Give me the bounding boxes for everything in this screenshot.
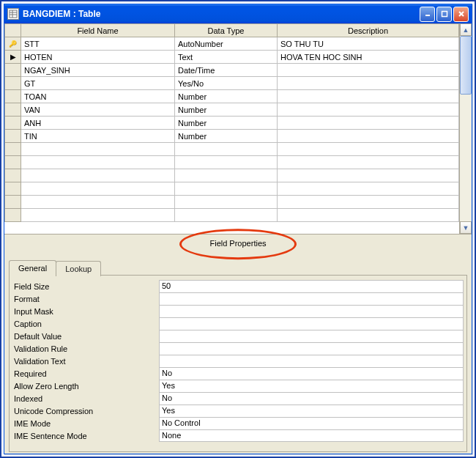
- row-selector[interactable]: [5, 117, 21, 130]
- scroll-up-arrow-icon[interactable]: ▲: [460, 23, 472, 36]
- table-row[interactable]: ANHNumber: [5, 117, 459, 130]
- column-header-field-name[interactable]: Field Name: [21, 24, 175, 37]
- cell-description[interactable]: [278, 169, 459, 182]
- row-selector[interactable]: [5, 182, 21, 196]
- row-selector[interactable]: [5, 169, 21, 182]
- property-value[interactable]: [159, 292, 464, 305]
- row-selector[interactable]: ▶: [5, 51, 21, 64]
- property-value[interactable]: 50: [159, 280, 464, 292]
- cell-data-type[interactable]: AutoNumber: [175, 37, 278, 51]
- table-row[interactable]: 🔑STTAutoNumberSO THU TU: [5, 37, 459, 51]
- cell-field-name[interactable]: [21, 182, 175, 196]
- cell-data-type[interactable]: [175, 156, 278, 169]
- cell-field-name[interactable]: ANH: [21, 117, 175, 130]
- cell-description[interactable]: [278, 156, 459, 169]
- row-selector[interactable]: 🔑: [5, 37, 21, 51]
- cell-field-name[interactable]: HOTEN: [21, 51, 175, 64]
- table-row[interactable]: NGAY_SINHDate/Time: [5, 64, 459, 77]
- property-value[interactable]: None: [159, 429, 464, 442]
- cell-field-name[interactable]: [21, 209, 175, 222]
- cell-field-name[interactable]: [21, 196, 175, 209]
- table-row[interactable]: TOANNumber: [5, 90, 459, 103]
- property-value[interactable]: No: [159, 392, 464, 405]
- cell-field-name[interactable]: STT: [21, 37, 175, 51]
- cell-description[interactable]: [278, 143, 459, 156]
- cell-field-name[interactable]: VAN: [21, 103, 175, 117]
- row-selector[interactable]: [5, 90, 21, 103]
- table-row[interactable]: VANNumber: [5, 103, 459, 117]
- row-selector[interactable]: [5, 77, 21, 90]
- close-button[interactable]: [453, 7, 469, 22]
- scroll-down-arrow-icon[interactable]: ▼: [460, 221, 472, 234]
- property-value[interactable]: [159, 305, 464, 317]
- table-row[interactable]: [5, 169, 459, 182]
- cell-data-type[interactable]: Number: [175, 117, 278, 130]
- cell-field-name[interactable]: [21, 169, 175, 182]
- column-header-data-type[interactable]: Data Type: [175, 24, 278, 37]
- table-row[interactable]: [5, 143, 459, 156]
- cell-data-type[interactable]: [175, 209, 278, 222]
- cell-data-type[interactable]: [175, 169, 278, 182]
- tab-lookup[interactable]: Lookup: [56, 261, 101, 276]
- cell-description[interactable]: [278, 130, 459, 143]
- table-row[interactable]: [5, 209, 459, 222]
- cell-field-name[interactable]: GT: [21, 77, 175, 90]
- cell-data-type[interactable]: [175, 196, 278, 209]
- cell-data-type[interactable]: Yes/No: [175, 77, 278, 90]
- column-header-description[interactable]: Description: [278, 24, 459, 37]
- row-selector[interactable]: [5, 209, 21, 222]
- cell-description[interactable]: [278, 90, 459, 103]
- titlebar[interactable]: BANGDIEM : Table: [4, 4, 472, 23]
- cell-data-type[interactable]: [175, 143, 278, 156]
- table-row[interactable]: ▶HOTENTextHOVA TEN HOC SINH: [5, 51, 459, 64]
- table-row[interactable]: [5, 196, 459, 209]
- row-selector[interactable]: [5, 64, 21, 77]
- tab-general[interactable]: General: [9, 260, 56, 276]
- cell-description[interactable]: HOVA TEN HOC SINH: [278, 51, 459, 64]
- cell-description[interactable]: [278, 209, 459, 222]
- cell-description[interactable]: [278, 117, 459, 130]
- row-selector[interactable]: [5, 130, 21, 143]
- minimize-button[interactable]: [420, 7, 435, 22]
- row-selector[interactable]: [5, 156, 21, 169]
- table-row[interactable]: GTYes/No: [5, 77, 459, 90]
- cell-description[interactable]: [278, 77, 459, 90]
- property-value[interactable]: [159, 330, 464, 342]
- row-selector[interactable]: [5, 196, 21, 209]
- row-selector[interactable]: [5, 143, 21, 156]
- cell-data-type[interactable]: Text: [175, 51, 278, 64]
- property-value[interactable]: Yes: [159, 380, 464, 392]
- scroll-track[interactable]: [460, 36, 472, 221]
- maximize-button[interactable]: [436, 7, 452, 22]
- cell-data-type[interactable]: Number: [175, 90, 278, 103]
- property-value[interactable]: Yes: [159, 405, 464, 417]
- property-value[interactable]: [159, 342, 464, 355]
- property-value[interactable]: [159, 355, 464, 367]
- cell-data-type[interactable]: Number: [175, 103, 278, 117]
- row-selector[interactable]: [5, 103, 21, 117]
- cell-description[interactable]: [278, 196, 459, 209]
- field-grid[interactable]: Field Name Data Type Description 🔑STTAut…: [4, 23, 459, 222]
- cell-data-type[interactable]: [175, 182, 278, 196]
- property-value[interactable]: No: [159, 367, 464, 380]
- cell-field-name[interactable]: [21, 143, 175, 156]
- property-value[interactable]: No Control: [159, 417, 464, 429]
- cell-field-name[interactable]: TIN: [21, 130, 175, 143]
- cell-field-name[interactable]: NGAY_SINH: [21, 64, 175, 77]
- scroll-thumb[interactable]: [460, 36, 472, 95]
- field-properties-text: Field Properties: [209, 239, 266, 248]
- cell-field-name[interactable]: TOAN: [21, 90, 175, 103]
- cell-description[interactable]: [278, 103, 459, 117]
- table-row[interactable]: TINNumber: [5, 130, 459, 143]
- cell-field-name[interactable]: [21, 156, 175, 169]
- cell-description[interactable]: [278, 182, 459, 196]
- property-value[interactable]: [159, 317, 464, 330]
- vertical-scrollbar[interactable]: ▲ ▼: [459, 23, 472, 234]
- cell-data-type[interactable]: Date/Time: [175, 64, 278, 77]
- cell-data-type[interactable]: Number: [175, 130, 278, 143]
- table-row[interactable]: [5, 182, 459, 196]
- cell-description[interactable]: [278, 64, 459, 77]
- row-selector-header[interactable]: [5, 24, 21, 37]
- table-row[interactable]: [5, 156, 459, 169]
- cell-description[interactable]: SO THU TU: [278, 37, 459, 51]
